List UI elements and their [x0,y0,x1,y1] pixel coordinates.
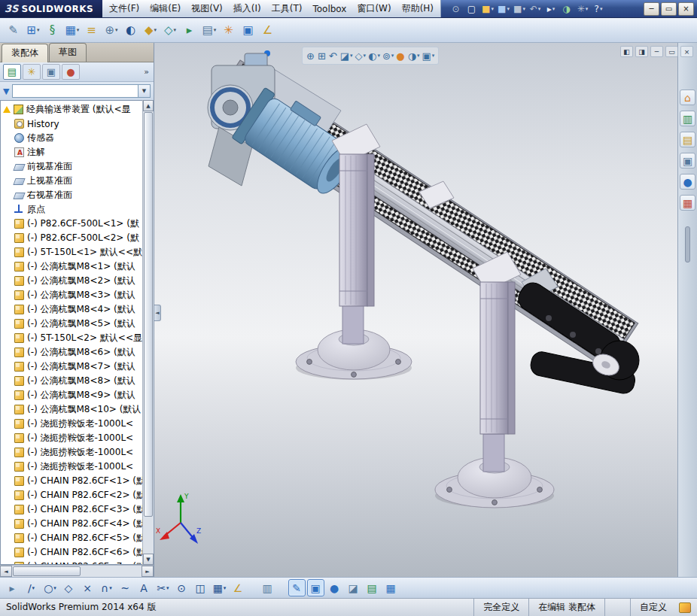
select-button[interactable]: ▸▾ [543,2,559,16]
save-button[interactable]: ■▾ [496,2,511,16]
tree-item[interactable]: (-) 公滴杭飘M8<10> (默认 [1,402,142,417]
arc-tool[interactable]: ∩▾ [98,579,115,596]
model-3d[interactable]: Y X Z [154,43,677,577]
view-cube-button[interactable]: ▣ [307,579,324,596]
scroll-right-button[interactable]: ► [142,566,154,577]
menu-view[interactable]: 视图(V) [186,0,228,17]
options-button[interactable]: ✳▾ [575,2,590,16]
rebuild-button[interactable]: ◑ [559,2,574,16]
mate-button[interactable]: § [44,20,62,40]
edit-component-button[interactable]: ✎ [5,20,23,40]
menu-insert[interactable]: 插入(I) [228,0,266,17]
print-button[interactable]: ■▾ [512,2,527,16]
pin-icon[interactable]: ⊙ [449,2,464,16]
doc-close-button[interactable]: × [680,46,693,57]
tab-assembly[interactable]: 装配体 [2,44,48,62]
scroll-up-button[interactable]: ▲ [143,100,154,111]
tree-item[interactable]: (-) 公滴杭飘M8<6> (默认 [1,345,142,360]
tree-item[interactable]: (-) P82.6CF-500L<2> (默 [1,231,142,245]
new-document-button[interactable]: ▢ [464,2,479,16]
propertymanager-tab[interactable]: ✳ [23,64,41,80]
exploded-view-button[interactable]: ✳ [220,20,238,40]
tree-item[interactable]: 传感器 [1,131,142,145]
new-motion-study-button[interactable]: ▸ [181,20,199,40]
tree-item[interactable]: (-) P82.6CF-500L<1> (默 [1,217,142,231]
tree-item[interactable]: (-) 浇扼捞鞍饭老-1000L< [1,431,142,445]
tree-item[interactable]: 原点 [1,202,142,217]
grid-snap-tool[interactable]: ▥ [259,579,276,596]
tree-item[interactable]: (-) CHAIN P82.6CF<5> (默 [1,531,142,545]
hide-show-items-icon[interactable]: ⊚▾ [382,50,394,62]
tree-item[interactable]: History [1,117,142,131]
help-button[interactable]: ?▾ [591,2,606,16]
reference-geometry-button[interactable]: ◇▾ [161,20,179,40]
apply-scene-icon[interactable]: ◑▾ [408,50,420,62]
graphics-area[interactable]: Y X Z ⊕ ⊞ ↶ ◪▾ ◇▾ ◐▾ [154,43,677,577]
tree-item[interactable]: 注解 [1,145,142,159]
doc-pane-right-button[interactable]: ◨ [635,46,648,57]
tree-item[interactable]: (-) 浇扼捞鞍饭老-1000L< [1,460,142,474]
tree-item[interactable]: (-) CHAIN P82.6CF<4> (默 [1,517,142,531]
insert-components-button[interactable]: ⊞▾ [24,20,42,40]
display-style-icon[interactable]: ◐▾ [368,50,380,62]
tree-item[interactable]: 右视基准面 [1,188,142,202]
tree-item[interactable]: 前视基准面 [1,159,142,174]
sketch-button[interactable]: ✎ [288,579,306,596]
zoom-fit-icon[interactable]: ⊕ [306,50,315,62]
scroll-down-button[interactable]: ▼ [143,554,154,565]
scroll-thumb[interactable] [144,112,153,517]
linear-pattern-tool[interactable]: ▦▾ [211,579,228,596]
assembly-features-button[interactable]: ◆▾ [142,20,160,40]
tree-item[interactable]: (-) 浇扼捞鞍饭老-1000L< [1,445,142,460]
tree-item[interactable]: (-) CHAIN P82.6CF<2> (默 [1,488,142,502]
menu-help[interactable]: 帮助(H) [397,0,439,17]
tree-item[interactable]: (-) 公滴杭飘M8<7> (默认 [1,360,142,374]
convert-entities-tool[interactable]: ⊙ [173,579,190,596]
close-button[interactable]: × [678,2,694,16]
tree-item[interactable]: (-) CHAIN P82.6CF<6> (默 [1,545,142,560]
bom-table-button[interactable]: ▦ [382,579,400,596]
menu-edit[interactable]: 编辑(E) [145,0,186,17]
view-settings-icon[interactable]: ▣▾ [422,50,435,62]
restore-button[interactable]: ▭ [661,2,677,16]
doc-pane-left-button[interactable]: ◧ [620,46,633,57]
file-explorer-tab[interactable]: ▣ [680,153,695,168]
minimize-button[interactable]: ─ [644,2,659,16]
move-component-button[interactable]: ⊕▾ [102,20,120,40]
appearances-scenes-tab[interactable]: ● [680,174,695,190]
tree-item[interactable]: (-) CHAIN P82.6CF<1> (默 [1,474,142,488]
tree-item[interactable]: 上视基准面 [1,174,142,188]
panel-expand-chevron[interactable]: » [144,67,151,77]
section-view-icon[interactable]: ◪▾ [340,50,353,62]
tree-item[interactable]: (-) 浇扼捞鞍饭老-1000L< [1,417,142,431]
view-orientation-icon[interactable]: ◇▾ [355,50,367,62]
tree-item[interactable]: (-) 公滴杭飘M8<9> (默认 [1,388,142,402]
doc-restore-button[interactable]: ▭ [665,46,678,57]
tree-item[interactable]: (-) 5T-150L<2> 默认<<显 [1,331,142,345]
tree-item[interactable]: (-) 公滴杭飘M8<1> (默认 [1,259,142,274]
filter-dropdown-button[interactable]: ▼ [138,85,150,97]
design-library-tab[interactable]: ▤ [680,132,695,147]
show-hidden-components-button[interactable]: ◐ [122,20,140,40]
text-tool[interactable]: A [135,579,153,596]
section-view-button[interactable]: ◪ [345,579,362,596]
tree-item[interactable]: (-) 公滴杭飘M8<4> (默认 [1,302,142,317]
spline-tool[interactable]: ~ [117,579,134,596]
filter-input[interactable] [13,85,138,97]
scroll-left-button[interactable]: ◄ [0,566,12,577]
edit-appearance-icon[interactable]: ● [396,50,405,62]
open-button[interactable]: ■▾ [480,2,495,16]
mirror-entities-tool[interactable]: ◫ [192,579,209,596]
apply-scene-button[interactable]: ● [326,579,343,596]
tree-root-assembly[interactable]: 经典输送带装置 (默认<显 [1,102,142,117]
smart-fasteners-button[interactable]: ≡ [83,20,101,40]
previous-view-icon[interactable]: ↶ [329,50,338,62]
tree-item[interactable]: (-) 公滴杭飘M8<5> (默认 [1,317,142,331]
task-pane-home-tab[interactable]: ⌂ [680,90,695,105]
configurationmanager-tab[interactable]: ▣ [42,64,60,80]
custom-properties-tab[interactable]: ▦ [680,195,695,211]
tree-item[interactable]: (-) 公滴杭飘M8<8> (默认 [1,374,142,388]
tab-sketch[interactable]: 草图 [49,43,87,62]
circle-tool[interactable]: ○▾ [41,579,59,596]
menu-window[interactable]: 窗口(W) [352,0,396,17]
